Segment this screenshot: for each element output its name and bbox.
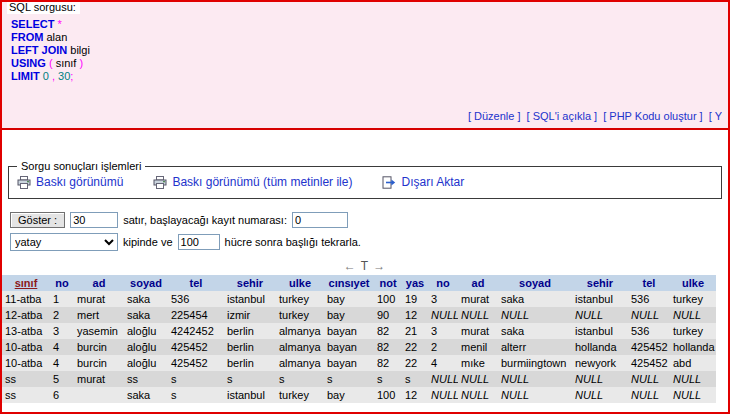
edit-link[interactable]: [ Düzenle ] — [468, 110, 521, 122]
table-cell: murat — [458, 323, 498, 339]
column-header-tel[interactable]: tel — [168, 275, 224, 291]
table-cell: newyork — [572, 355, 628, 371]
table-cell: s — [374, 371, 402, 387]
column-header-soyad[interactable]: soyad — [124, 275, 168, 291]
column-header-ad[interactable]: ad — [74, 275, 124, 291]
table-cell: berlin — [224, 323, 276, 339]
table-cell: saka — [124, 307, 168, 323]
nav-top-indicator[interactable]: T — [361, 259, 369, 273]
repeat-headers-input[interactable] — [178, 234, 220, 250]
table-cell: NULL — [628, 371, 670, 387]
table-cell: s — [224, 371, 276, 387]
column-header-yas[interactable]: yas — [402, 275, 428, 291]
table-cell: aloğlu — [124, 339, 168, 355]
table-cell: murat — [74, 291, 124, 307]
export-link[interactable]: Dışarı Aktar — [382, 175, 464, 189]
table-cell: 225454 — [168, 307, 224, 323]
table-cell: s — [324, 371, 374, 387]
column-header-cınsıyet[interactable]: cınsıyet — [324, 275, 374, 291]
explain-sql-link[interactable]: [ SQL'i açıkla ] — [527, 110, 598, 122]
column-header-no[interactable]: no — [50, 275, 74, 291]
table-cell: NULL — [498, 307, 572, 323]
table-cell: 100 — [374, 387, 402, 403]
table-cell: burcin — [74, 355, 124, 371]
table-cell: 12 — [402, 307, 428, 323]
table-cell: 536 — [168, 291, 224, 307]
mode-controls-row: yatay kipinde ve hücre sonra başlığı tek… — [10, 233, 728, 251]
table-cell: saka — [498, 291, 572, 307]
show-controls-row: Göster : satır, başlayacağı kayıt numara… — [10, 212, 728, 228]
table-cell: 22 — [402, 339, 428, 355]
table-cell: 425452 — [628, 339, 670, 355]
table-cell: bay — [324, 307, 374, 323]
table-cell: alterr — [498, 339, 572, 355]
table-row: 13-atba3yaseminaloğlu4242452berlinalmany… — [2, 323, 716, 339]
print-view-full-texts-link[interactable]: Baskı görünümü (tüm metinler ile) — [153, 175, 352, 189]
table-cell: bay — [324, 291, 374, 307]
column-sort-link[interactable]: sınıf — [15, 277, 38, 289]
table-cell: NULL — [458, 307, 498, 323]
column-header-sehir[interactable]: sehir — [224, 275, 276, 291]
column-header-sehir[interactable]: sehir — [572, 275, 628, 291]
table-cell: 19 — [402, 291, 428, 307]
table-cell: 4 — [50, 339, 74, 355]
table-cell: bayan — [324, 339, 374, 355]
start-record-input[interactable] — [292, 212, 348, 228]
table-cell: 3 — [428, 323, 458, 339]
column-header-ulke[interactable]: ulke — [670, 275, 716, 291]
table-row: 10-atba4burcinaloğlu425452berlinalmanyab… — [2, 355, 716, 371]
nav-left-arrow[interactable]: ← — [344, 259, 357, 273]
table-cell: s — [168, 387, 224, 403]
table-cell: NULL — [670, 387, 716, 403]
column-header-soyad[interactable]: soyad — [498, 275, 572, 291]
table-cell: aloğlu — [124, 323, 168, 339]
table-row: ss5muratssssssssNULLNULLNULLNULLNULLNULL — [2, 371, 716, 387]
column-header-ad[interactable]: ad — [458, 275, 498, 291]
column-header-sınıf[interactable]: sınıf — [2, 275, 50, 291]
table-cell: 12-atba — [2, 307, 50, 323]
column-header-ulke[interactable]: ulke — [276, 275, 324, 291]
sql-query-code: SELECT *FROM alanLEFT JOIN bilgiUSING ( … — [11, 18, 722, 83]
table-cell: 13-atba — [2, 323, 50, 339]
table-cell: ss — [2, 371, 50, 387]
column-header-not[interactable]: not — [374, 275, 402, 291]
display-mode-select[interactable]: yatay — [10, 233, 118, 251]
table-cell: hollanda — [572, 339, 628, 355]
table-cell: 82 — [374, 355, 402, 371]
print-view-link[interactable]: Baskı görünümü — [17, 175, 123, 189]
table-cell: 6 — [50, 387, 74, 403]
table-cell: turkey — [276, 307, 324, 323]
table-cell: 90 — [374, 307, 402, 323]
rows-count-input[interactable] — [70, 212, 118, 228]
refresh-link[interactable]: [ Y — [709, 110, 722, 122]
printer-icon — [153, 176, 167, 189]
table-cell: ss — [2, 387, 50, 403]
create-php-code-link[interactable]: [ PHP Kodu oluştur ] — [603, 110, 702, 122]
table-cell: NULL — [628, 387, 670, 403]
table-cell: saka — [498, 323, 572, 339]
sql-query-box: SQL sorgusu: SELECT *FROM alanLEFT JOIN … — [2, 2, 728, 130]
table-cell: almanya — [276, 323, 324, 339]
table-cell: saka — [124, 387, 168, 403]
table-cell: turkey — [670, 323, 716, 339]
column-header-no[interactable]: no — [428, 275, 458, 291]
table-cell: berlin — [224, 355, 276, 371]
table-cell: murat — [458, 291, 498, 307]
table-cell: NULL — [670, 307, 716, 323]
table-cell: 425452 — [168, 355, 224, 371]
table-cell: 2 — [50, 307, 74, 323]
table-cell: NULL — [498, 371, 572, 387]
table-cell: menil — [458, 339, 498, 355]
show-button[interactable]: Göster : — [10, 212, 65, 228]
results-table: sınıfnoadsoyadtelsehirulkecınsıyetnotyas… — [2, 275, 716, 403]
table-row: 12-atba2mertsaka225454izmirturkeybay9012… — [2, 307, 716, 323]
table-cell: 4 — [428, 355, 458, 371]
table-cell: istanbul — [572, 291, 628, 307]
table-cell: NULL — [572, 371, 628, 387]
table-cell: NULL — [428, 371, 458, 387]
table-cell: 21 — [402, 323, 428, 339]
table-cell: izmir — [224, 307, 276, 323]
nav-right-arrow[interactable]: → — [373, 259, 386, 273]
column-header-tel[interactable]: tel — [628, 275, 670, 291]
table-cell: berlin — [224, 339, 276, 355]
